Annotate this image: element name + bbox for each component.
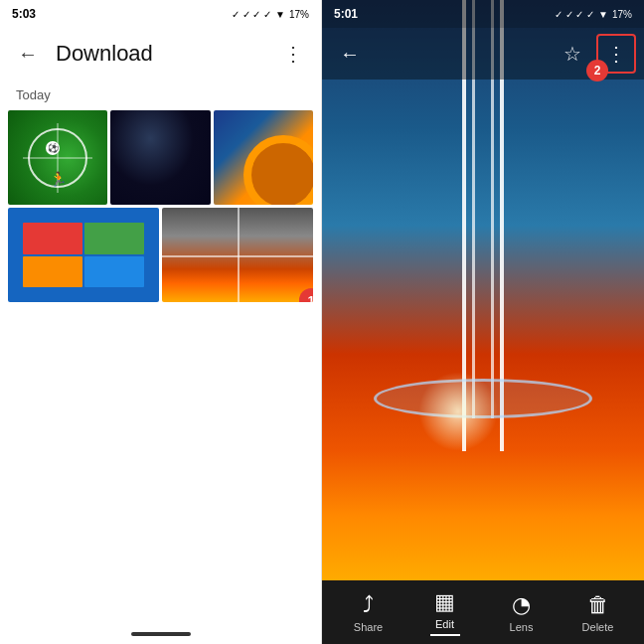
straw [458,0,508,644]
bottom-bar-right: ⤴ Share ▦ Edit ◔ Lens 🗑 Delete [322,580,644,644]
delete-icon: 🗑 [587,592,609,618]
right-panel: 5:01 ✓ ✓ ✓ ✓ ▼ 17% ← ☆ ⋮ 2 [322,0,644,644]
more-button-right[interactable]: ⋮ 2 [596,34,636,74]
time-right: 5:01 [334,7,358,21]
top-bar-left: ← Download ⋮ [0,28,321,80]
bottom-indicator-left [131,632,191,636]
wifi-icon-right: ▼ [598,9,608,20]
back-button-left[interactable]: ← [8,34,48,74]
sunrise-cross-v [238,208,240,302]
share-label: Share [354,621,383,633]
soccer-image: ⚽ 🏃 [8,110,107,205]
share-icon: ⤴ [363,592,374,618]
checkmark-icons-left: ✓ ✓ ✓ ✓ [232,9,271,20]
lens-action[interactable]: ◔ Lens [492,592,552,633]
space-image [110,110,210,205]
status-icons-left: ✓ ✓ ✓ ✓ ▼ 17% [232,9,309,20]
share-action[interactable]: ⤴ Share [339,592,399,633]
photo-grid: ⚽ 🏃 [0,106,321,306]
photo-cell-gears[interactable] [214,110,313,205]
lens-label: Lens [510,621,534,633]
status-bar-left: 5:03 ✓ ✓ ✓ ✓ ▼ 17% [0,0,321,28]
left-panel: 5:03 ✓ ✓ ✓ ✓ ▼ 17% ← Download ⋮ Today ⚽ … [0,0,322,644]
more-dots-icon: ⋮ [606,42,626,66]
delete-action[interactable]: 🗑 Delete [568,592,628,633]
soccer-ball: ⚽ [46,141,60,155]
gears-image [214,110,313,205]
menu-button-left[interactable]: ⋮ [273,34,313,74]
edit-action[interactable]: ▦ Edit [415,589,475,636]
soccer-player: 🏃 [50,171,67,187]
win-quad-red [23,223,82,254]
battery-right: 17% [612,9,632,20]
edit-icon: ▦ [434,589,455,615]
page-title: Download [56,41,273,67]
battery-left: 17% [289,9,309,20]
section-label-today: Today [0,80,321,106]
win-quad-orange [23,256,82,288]
top-bar-actions: ☆ ⋮ 2 [553,34,636,74]
edit-label: Edit [435,618,454,630]
active-indicator [430,634,460,636]
win-quad-blue [84,256,144,288]
photo-cell-windows[interactable] [8,208,159,302]
time-left: 5:03 [12,7,36,21]
juice-glow [418,372,498,451]
win-quad-green [84,223,144,254]
wifi-icon: ▼ [275,9,285,20]
badge-2: 2 [586,60,608,81]
sunrise-image [162,208,313,302]
main-image-area[interactable] [322,0,644,644]
lens-icon: ◔ [512,592,531,618]
checkmark-icons-right: ✓ ✓ ✓ ✓ [555,9,594,20]
status-icons-right: ✓ ✓ ✓ ✓ ▼ 17% [555,9,632,20]
photo-row-2: 1 [8,208,313,302]
photo-row-1: ⚽ 🏃 [8,110,313,205]
windows-image [8,208,159,302]
photo-cell-space[interactable] [110,110,210,205]
photo-cell-sunrise[interactable]: 1 [162,208,313,302]
gear-shape [243,135,313,205]
delete-label: Delete [582,621,614,633]
back-button-right[interactable]: ← [330,34,370,74]
photo-cell-soccer[interactable]: ⚽ 🏃 [8,110,107,205]
top-bar-right: ← ☆ ⋮ 2 [322,28,644,80]
status-bar-right: 5:01 ✓ ✓ ✓ ✓ ▼ 17% [322,0,644,28]
